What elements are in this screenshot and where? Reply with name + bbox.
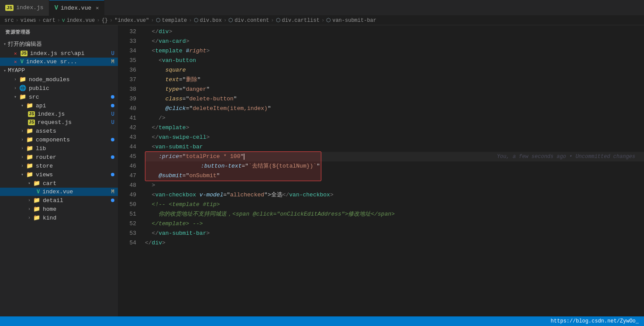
- code-line-54: </div>: [145, 238, 644, 248]
- sidebar-title: 资源管理器: [0, 25, 118, 39]
- sidebar-item-src[interactable]: ▾ 📁 src: [0, 93, 118, 101]
- js-file-icon: JS: [28, 120, 35, 125]
- badge-m: M: [111, 59, 114, 65]
- tab-index-vue[interactable]: V index.vue ✕: [49, 0, 105, 16]
- sidebar-item-index-vue[interactable]: V index.vue M: [0, 188, 118, 196]
- breadcrumb-divcartlist[interactable]: div.cartlist: [282, 17, 320, 24]
- breadcrumb-divbox[interactable]: div.box: [200, 17, 222, 24]
- sidebar: 资源管理器 ▾ 打开的编辑器 ✕ JS index.js src\api U ✕…: [0, 25, 118, 316]
- chevron-down-icon: ▾: [28, 181, 31, 186]
- breadcrumb-sep3: ›: [57, 17, 60, 24]
- breadcrumb-views[interactable]: views: [21, 17, 36, 24]
- breadcrumb-cart[interactable]: cart: [43, 17, 55, 24]
- sidebar-item-views[interactable]: ▾ 📁 views: [0, 170, 118, 179]
- sidebar-item-node-modules[interactable]: › 📁 node_modules: [0, 75, 118, 84]
- tree-item-label: store: [36, 163, 53, 169]
- line-num-51: 51: [118, 209, 136, 219]
- folder-icon: 📁: [26, 154, 33, 161]
- code-line-52: </template> -->: [145, 219, 644, 229]
- js-file-icon: JS: [28, 111, 35, 117]
- sidebar-item-public[interactable]: › 🌐 public: [0, 84, 118, 93]
- js-icon: JS: [21, 51, 28, 56]
- line-num-34: 34: [118, 46, 136, 56]
- breadcrumb-quoted[interactable]: "index.vue": [114, 17, 149, 24]
- badge-m: M: [111, 189, 114, 195]
- close-icon[interactable]: ✕: [14, 59, 17, 65]
- modified-dot: [111, 173, 114, 176]
- chevron-right-icon: ›: [21, 129, 24, 134]
- folder-icon: 📁: [19, 76, 26, 83]
- open-editors-header[interactable]: ▾ 打开的编辑器: [0, 39, 118, 49]
- code-content[interactable]: </div> </van-card> <template #right> <va…: [140, 25, 644, 316]
- breadcrumb-sep7: ›: [189, 17, 192, 24]
- template-icon: ⬡: [156, 17, 160, 24]
- divcartlist-icon: ⬡: [276, 17, 280, 24]
- sidebar-item-lib[interactable]: › 📁 lib: [0, 144, 118, 153]
- breadcrumb-sep2: ›: [38, 17, 41, 24]
- folder-icon: 📁: [33, 206, 40, 213]
- js-file-icon: JS: [5, 5, 14, 11]
- status-url: https://blog.csdn.net/ZywOo_: [551, 318, 639, 324]
- line-num-53: 53: [118, 229, 136, 238]
- modified-dot: [111, 104, 114, 107]
- sidebar-item-components[interactable]: › 📁 components: [0, 135, 118, 144]
- editor-content: 32 33 34 35 36 37 38 39 40 41 42 43 44 4…: [118, 25, 644, 316]
- sidebar-item-request-js[interactable]: JS request.js U: [0, 118, 118, 127]
- breadcrumb-divcontent[interactable]: div.content: [234, 17, 269, 24]
- close-icon[interactable]: ✕: [14, 51, 17, 56]
- folder-icon: 📁: [33, 180, 40, 187]
- sidebar-item-home[interactable]: › 📁 home: [0, 205, 118, 213]
- tree-item-label: kind: [43, 215, 56, 221]
- status-bar: https://blog.csdn.net/ZywOo_: [0, 316, 644, 326]
- tree-item-label: node_modules: [29, 76, 70, 83]
- breadcrumb-vansubmitbar[interactable]: van-submit-bar: [332, 17, 376, 24]
- chevron-down-icon: ▾: [14, 94, 17, 100]
- chevron-down-icon: ▾: [21, 172, 24, 177]
- code-editor[interactable]: 32 33 34 35 36 37 38 39 40 41 42 43 44 4…: [118, 25, 644, 316]
- tree-item-label: router: [36, 154, 56, 161]
- folder-icon: 📁: [26, 136, 33, 143]
- myapp-header[interactable]: ▾ MYAPP: [0, 66, 118, 75]
- breadcrumb-file[interactable]: index.vue: [67, 17, 95, 24]
- chevron-right-icon: ›: [21, 146, 24, 151]
- line-num-49: 49: [118, 190, 136, 200]
- chevron-right-icon: ›: [21, 155, 24, 160]
- sidebar-item-kind[interactable]: › 📁 kind: [0, 213, 118, 222]
- chevron-right-icon: ›: [21, 164, 24, 168]
- code-line-35: <van-button: [145, 56, 644, 65]
- tree-item-label: index.vue: [42, 189, 73, 195]
- code-line-49: <van-checkbox v-model="allchecked">全选</v…: [145, 190, 644, 200]
- line-num-52: 52: [118, 219, 136, 229]
- sidebar-item-index-js[interactable]: JS index.js U: [0, 110, 118, 118]
- code-line-43: </van-swipe-cell>: [145, 133, 644, 142]
- sidebar-item-router[interactable]: › 📁 router: [0, 153, 118, 161]
- sidebar-item-api[interactable]: ▾ 📁 api: [0, 101, 118, 110]
- open-file-index-js[interactable]: ✕ JS index.js src\api U: [0, 49, 118, 58]
- folder-icon: 📁: [19, 93, 26, 100]
- line-numbers: 32 33 34 35 36 37 38 39 40 41 42 43 44 4…: [118, 25, 140, 316]
- line-num-45: 45: [118, 152, 136, 161]
- line-num-32: 32: [118, 27, 136, 37]
- tab-close-button[interactable]: ✕: [96, 5, 99, 11]
- open-file-index-vue[interactable]: ✕ V index.vue sr... M: [0, 58, 118, 66]
- badge-u: U: [111, 120, 114, 126]
- sidebar-item-cart[interactable]: ▾ 📁 cart: [0, 179, 118, 188]
- line-num-39: 39: [118, 94, 136, 104]
- tab-bar: JS index.js V index.vue ✕: [0, 0, 644, 16]
- sidebar-item-detail[interactable]: › 📁 detail: [0, 196, 118, 205]
- code-line-47: @submit="onSubmit": [145, 171, 644, 181]
- main-layout: 资源管理器 ▾ 打开的编辑器 ✕ JS index.js src\api U ✕…: [0, 25, 644, 316]
- sidebar-item-store[interactable]: › 📁 store: [0, 161, 118, 170]
- breadcrumb-sep5: ›: [110, 17, 113, 24]
- breadcrumb-braces[interactable]: {}: [102, 17, 108, 24]
- breadcrumb-src[interactable]: src: [4, 17, 14, 24]
- chevron-right-icon: ›: [14, 77, 17, 82]
- tree-item-label: components: [36, 137, 70, 143]
- line-num-50: 50: [118, 200, 136, 209]
- chevron-down-icon: ▾: [3, 68, 6, 73]
- filename-label: index.vue sr...: [26, 58, 77, 65]
- modified-dot: [111, 155, 114, 159]
- sidebar-item-assets[interactable]: › 📁 assets: [0, 127, 118, 135]
- tab-index-js[interactable]: JS index.js: [0, 0, 49, 16]
- breadcrumb-template[interactable]: template: [162, 17, 187, 24]
